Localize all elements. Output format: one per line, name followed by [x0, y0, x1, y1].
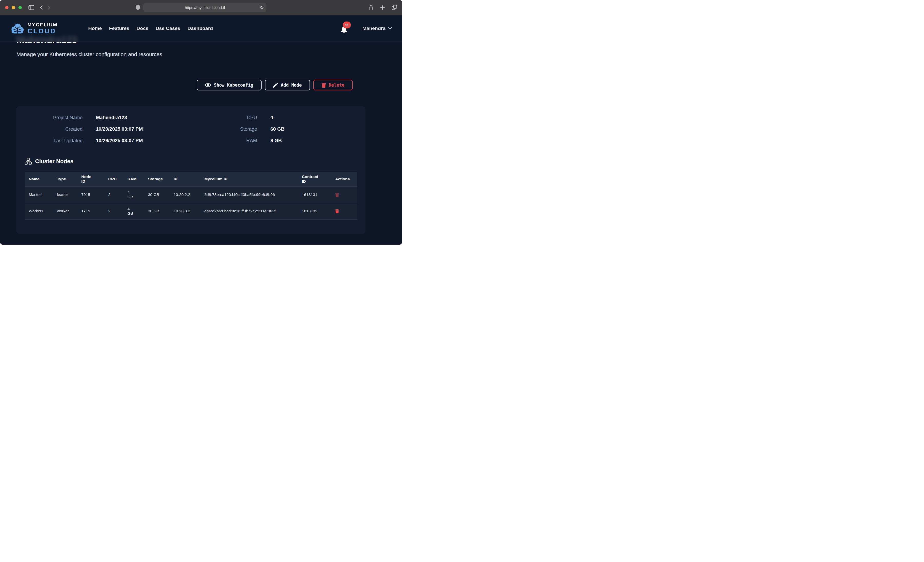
- cell-cpu: 2: [104, 187, 123, 203]
- page-subtitle: Manage your Kubernetes cluster configura…: [16, 51, 162, 57]
- cell-mycelium-ip: 446:d2a6:8bcd:8c16:ff0f:72e2:3114:863f: [200, 203, 298, 219]
- cell-actions: [331, 187, 357, 203]
- show-kubeconfig-button[interactable]: Show Kubeconfig: [197, 80, 262, 90]
- trash-icon: [322, 83, 326, 88]
- detail-row-project-name: Project Name Mahendra123: [16, 112, 191, 123]
- col-actions: Actions: [331, 172, 357, 187]
- detail-row-ram: RAM 8 GB: [191, 135, 366, 146]
- close-window-button[interactable]: [5, 6, 9, 9]
- add-node-label: Add Node: [281, 82, 302, 88]
- detail-label: Storage: [191, 126, 257, 132]
- cell-contract-id: 1613131: [298, 187, 331, 203]
- trash-icon: [335, 209, 339, 214]
- detail-label: Last Updated: [16, 138, 82, 143]
- brand-logo[interactable]: MYCELIUM CLOUD: [10, 22, 57, 34]
- cell-ram: 4 GB: [123, 187, 144, 203]
- col-node-id: Node ID: [77, 172, 104, 187]
- cluster-nodes-title: Cluster Nodes: [35, 158, 74, 165]
- nav-item-home[interactable]: Home: [88, 25, 102, 31]
- cell-name: Worker1: [25, 203, 53, 219]
- cell-name: Master1: [25, 187, 53, 203]
- forward-icon[interactable]: [48, 5, 50, 10]
- detail-value: 10/29/2025 03:07 PM: [96, 126, 143, 132]
- col-storage: Storage: [144, 172, 170, 187]
- delete-node-button[interactable]: [335, 209, 339, 214]
- brand-line1: MYCELIUM: [27, 22, 57, 27]
- cell-node-id: 1715: [77, 203, 104, 219]
- privacy-shield-icon[interactable]: [136, 5, 140, 10]
- nav-item-features[interactable]: Features: [109, 25, 129, 31]
- cluster-nodes-header: Cluster Nodes: [25, 158, 366, 165]
- delete-cluster-button[interactable]: Delete: [314, 80, 352, 90]
- table-header-row: Name Type Node ID CPU RAM Storage IP Myc…: [25, 172, 357, 187]
- detail-row-last-updated: Last Updated 10/29/2025 03:07 PM: [16, 135, 191, 146]
- detail-value: 8 GB: [270, 138, 282, 143]
- cell-node-id: 7915: [77, 187, 104, 203]
- detail-row-created: Created 10/29/2025 03:07 PM: [16, 123, 191, 135]
- cluster-detail-grid: Project Name Mahendra123 Created 10/29/2…: [16, 106, 366, 146]
- detail-row-cpu: CPU 4: [191, 112, 366, 123]
- top-navbar: MYCELIUM CLOUD Home Features Docs Use Ca…: [0, 15, 402, 42]
- cell-actions: [331, 203, 357, 219]
- cell-ram: 4 GB: [123, 203, 144, 219]
- detail-value: 4: [270, 115, 273, 120]
- zoom-window-button[interactable]: [18, 6, 22, 9]
- network-nodes-icon: [25, 158, 32, 165]
- sidebar-toggle-icon[interactable]: [28, 5, 34, 10]
- eye-icon: [205, 83, 211, 87]
- cell-ip: 10.20.3.2: [170, 203, 200, 219]
- col-type: Type: [53, 172, 77, 187]
- cell-storage: 30 GB: [144, 203, 170, 219]
- address-bar[interactable]: https://myceliumcloud.tf ↻: [143, 3, 267, 12]
- pencil-icon: [273, 83, 278, 88]
- detail-column-left: Project Name Mahendra123 Created 10/29/2…: [16, 112, 191, 146]
- back-icon[interactable]: [40, 5, 43, 10]
- url-text: https://myceliumcloud.tf: [185, 5, 225, 10]
- user-menu[interactable]: Mahendra: [362, 25, 392, 31]
- notification-count-badge: 11: [343, 21, 351, 28]
- col-contract-id: Contract ID: [298, 172, 331, 187]
- col-ram: RAM: [123, 172, 144, 187]
- detail-value: 60 GB: [270, 126, 285, 132]
- nav-item-dashboard[interactable]: Dashboard: [188, 25, 213, 31]
- cell-storage: 30 GB: [144, 187, 170, 203]
- tab-overview-icon[interactable]: [392, 5, 397, 10]
- table-row: Worker1 worker 1715 2 4 GB 30 GB 10.20.3…: [25, 203, 357, 219]
- detail-value: Mahendra123: [96, 115, 127, 120]
- detail-value: 10/29/2025 03:07 PM: [96, 138, 143, 143]
- delete-node-button[interactable]: [335, 193, 339, 197]
- trash-icon: [335, 193, 339, 197]
- share-icon[interactable]: [369, 4, 374, 10]
- detail-label: Project Name: [16, 115, 82, 120]
- new-tab-icon[interactable]: [380, 5, 385, 10]
- cluster-actions: Show Kubeconfig Add Node Delete: [197, 80, 352, 90]
- delete-label: Delete: [329, 82, 344, 88]
- show-kubeconfig-label: Show Kubeconfig: [214, 82, 254, 88]
- add-node-button[interactable]: Add Node: [265, 80, 310, 90]
- browser-window: https://myceliumcloud.tf ↻ Mahendr: [0, 0, 402, 245]
- cluster-details-panel: Project Name Mahendra123 Created 10/29/2…: [16, 106, 366, 234]
- cluster-nodes-table: Name Type Node ID CPU RAM Storage IP Myc…: [25, 172, 357, 220]
- notifications-button[interactable]: 11: [340, 26, 348, 34]
- cell-ip: 10.20.2.2: [170, 187, 200, 203]
- cell-cpu: 2: [104, 203, 123, 219]
- user-name: Mahendra: [362, 25, 386, 31]
- detail-label: RAM: [191, 138, 257, 143]
- col-ip: IP: [170, 172, 200, 187]
- minimize-window-button[interactable]: [12, 6, 15, 9]
- cell-contract-id: 1613132: [298, 203, 331, 219]
- cloud-logo-icon: [10, 23, 25, 34]
- browser-toolbar: https://myceliumcloud.tf ↻: [0, 0, 402, 15]
- table-row: Master1 leader 7915 2 4 GB 30 GB 10.20.2…: [25, 187, 357, 203]
- nav-item-use-cases[interactable]: Use Cases: [156, 25, 180, 31]
- cell-mycelium-ip: 5d8:78ea:a120:f40c:ff0f:a5fe:99e6:8b96: [200, 187, 298, 203]
- chevron-down-icon: [388, 27, 392, 30]
- nav-item-docs[interactable]: Docs: [136, 25, 148, 31]
- detail-row-storage: Storage 60 GB: [191, 123, 366, 135]
- detail-label: CPU: [191, 115, 257, 120]
- detail-label: Created: [16, 126, 82, 132]
- col-mycelium-ip: Mycelium IP: [200, 172, 298, 187]
- col-cpu: CPU: [104, 172, 123, 187]
- reload-icon[interactable]: ↻: [260, 5, 264, 10]
- cell-type: leader: [53, 187, 77, 203]
